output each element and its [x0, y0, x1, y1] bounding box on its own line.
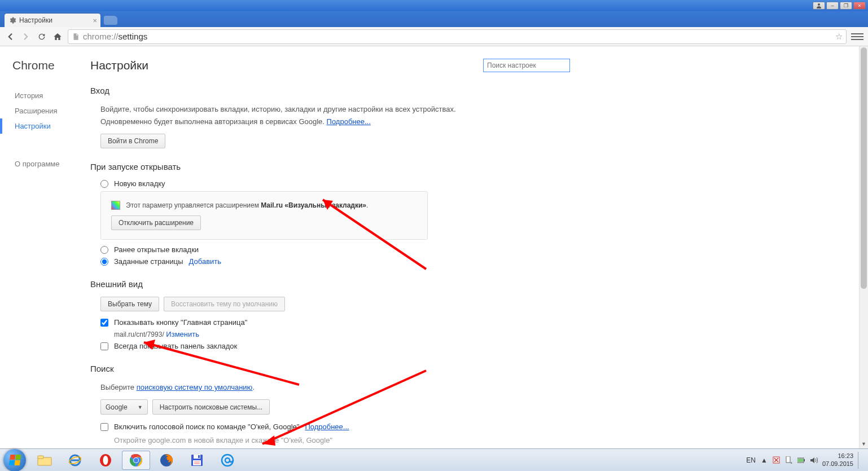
browser-toolbar: chrome://settings ☆ — [0, 27, 868, 46]
system-tray: EN ▲ 16:23 07.09.2015 — [746, 452, 865, 469]
signin-button[interactable]: Войти в Chrome — [100, 134, 165, 148]
page-icon — [72, 33, 80, 41]
address-bar[interactable]: chrome://settings ☆ — [68, 29, 847, 44]
search-title: Поиск — [90, 364, 570, 373]
notice-ext-name: Mail.ru «Визуальные закладки» — [261, 201, 366, 209]
url-scheme: chrome:// — [83, 32, 119, 41]
tray-volume-icon[interactable] — [810, 456, 818, 464]
voice-hint: Откройте google.com в новой вкладке и ск… — [114, 434, 570, 447]
disable-extension-button[interactable]: Отключить расширение — [111, 215, 201, 230]
tab-settings[interactable]: Настройки × — [5, 14, 100, 27]
vertical-scrollbar[interactable]: ▲ ▼ — [859, 46, 868, 448]
tray-security-icon[interactable] — [773, 456, 781, 464]
startup-radio-continue[interactable]: Ранее открытые вкладки — [100, 245, 570, 254]
scroll-down-icon[interactable]: ▼ — [860, 439, 868, 448]
new-tab-button[interactable] — [104, 16, 117, 25]
radio-label: Ранее открытые вкладки — [114, 245, 199, 254]
checkbox-input[interactable] — [100, 319, 108, 327]
svg-point-12 — [103, 456, 108, 465]
section-signin: Вход Войдите, чтобы синхронизировать вкл… — [90, 86, 570, 148]
show-bookmarks-bar-checkbox[interactable]: Всегда показывать панель закладок — [100, 342, 570, 350]
taskbar-ie[interactable] — [61, 451, 89, 470]
taskbar-explorer[interactable] — [30, 451, 59, 470]
checkbox-label: Показывать кнопку "Главная страница" — [114, 318, 247, 327]
sidebar-item-extensions[interactable]: Расширения — [0, 103, 85, 118]
search-choose-link[interactable]: поисковую систему по умолчанию — [137, 383, 253, 391]
chrome-menu-button[interactable] — [851, 30, 863, 43]
window-titlebar: – ❐ × — [0, 0, 868, 11]
startup-add-link[interactable]: Добавить — [189, 257, 221, 266]
start-button[interactable] — [3, 449, 26, 472]
voice-learn-more-link[interactable]: Подробнее... — [305, 422, 349, 431]
notice-suffix: . — [366, 201, 368, 209]
checkbox-input[interactable] — [100, 423, 108, 431]
back-button[interactable] — [5, 31, 16, 42]
extension-notice-text: Этот параметр управляется расширением Ma… — [111, 201, 417, 210]
taskbar-firefox[interactable] — [152, 451, 181, 470]
home-url-value: mail.ru/cnt/7993/ — [114, 331, 164, 338]
settings-content: Chrome История Расширения Настройки О пр… — [0, 46, 868, 448]
sidebar-item-history[interactable]: История — [0, 88, 85, 103]
startup-radio-newtab[interactable]: Новую вкладку — [100, 179, 570, 188]
svg-rect-8 — [38, 456, 43, 459]
svg-rect-29 — [798, 459, 803, 462]
scroll-thumb[interactable] — [861, 47, 867, 289]
voice-search-checkbox[interactable]: Включить голосовой поиск по команде "О'к… — [100, 422, 570, 431]
settings-sidebar: Chrome История Расширения Настройки О пр… — [0, 46, 85, 448]
taskbar-chrome[interactable] — [122, 451, 150, 470]
checkbox-input[interactable] — [100, 342, 108, 350]
home-button[interactable] — [52, 31, 63, 42]
sidebar-item-about[interactable]: О программе — [0, 156, 85, 171]
bookmark-star-icon[interactable]: ☆ — [835, 32, 843, 42]
show-home-button-checkbox[interactable]: Показывать кнопку "Главная страница" — [100, 318, 570, 327]
tray-flag-icon[interactable]: ▲ — [760, 456, 768, 464]
extension-notice-box: Этот параметр управляется расширением Ma… — [100, 191, 428, 240]
page-title: Настройки — [90, 59, 148, 72]
manage-search-engines-button[interactable]: Настроить поисковые системы... — [152, 399, 270, 415]
signin-desc2: Одновременно будет выполнена авторизация… — [100, 117, 327, 126]
extension-icon — [111, 201, 120, 210]
tab-close-icon[interactable]: × — [93, 16, 97, 25]
maximize-button[interactable]: ❐ — [840, 2, 852, 10]
section-startup: При запуске открывать Новую вкладку Этот… — [90, 162, 570, 266]
windows-logo-icon — [8, 455, 21, 465]
svg-point-15 — [134, 458, 138, 463]
sidebar-item-settings[interactable]: Настройки — [0, 118, 85, 134]
tray-datetime[interactable]: 16:23 07.09.2015 — [822, 452, 853, 467]
taskbar-save-icon[interactable] — [183, 451, 211, 470]
search-engine-select[interactable]: Google ▼ — [100, 399, 148, 415]
windows-taskbar: EN ▲ 16:23 07.09.2015 — [0, 448, 868, 471]
show-desktop-button[interactable] — [858, 452, 862, 469]
svg-rect-28 — [804, 459, 805, 461]
forward-button[interactable] — [20, 31, 32, 42]
minimize-button[interactable]: – — [826, 2, 839, 10]
gear-icon — [9, 17, 16, 24]
signin-learn-more-link[interactable]: Подробнее... — [327, 117, 371, 126]
radio-input[interactable] — [100, 180, 108, 188]
caret-down-icon: ▼ — [138, 404, 143, 410]
tray-date: 07.09.2015 — [822, 460, 853, 468]
user-switch-button[interactable] — [813, 2, 825, 10]
startup-radio-pages[interactable]: Заданные страницы Добавить — [100, 257, 570, 266]
tray-language[interactable]: EN — [746, 456, 756, 464]
taskbar-mailru[interactable] — [213, 451, 242, 470]
home-url-change-link[interactable]: Изменить — [166, 330, 199, 338]
section-search: Поиск Выберите поисковую систему по умол… — [90, 364, 570, 447]
taskbar-opera[interactable] — [91, 451, 120, 470]
radio-input[interactable] — [100, 258, 108, 266]
reload-button[interactable] — [36, 31, 47, 42]
svg-rect-26 — [786, 456, 790, 463]
tray-action-center-icon[interactable] — [785, 456, 793, 464]
radio-input[interactable] — [100, 246, 108, 254]
svg-point-0 — [818, 3, 820, 6]
tray-power-icon[interactable] — [797, 456, 805, 464]
checkbox-label: Всегда показывать панель закладок — [114, 342, 237, 350]
sidebar-brand: Chrome — [0, 59, 85, 72]
settings-search-input[interactable] — [483, 59, 570, 72]
settings-main: Настройки Вход Войдите, чтобы синхронизи… — [85, 46, 593, 448]
svg-rect-19 — [198, 455, 200, 458]
tray-time: 16:23 — [822, 452, 853, 460]
close-button[interactable]: × — [853, 2, 866, 10]
choose-theme-button[interactable]: Выбрать тему — [100, 297, 159, 311]
reset-theme-button[interactable]: Восстановить тему по умолчанию — [164, 297, 285, 311]
